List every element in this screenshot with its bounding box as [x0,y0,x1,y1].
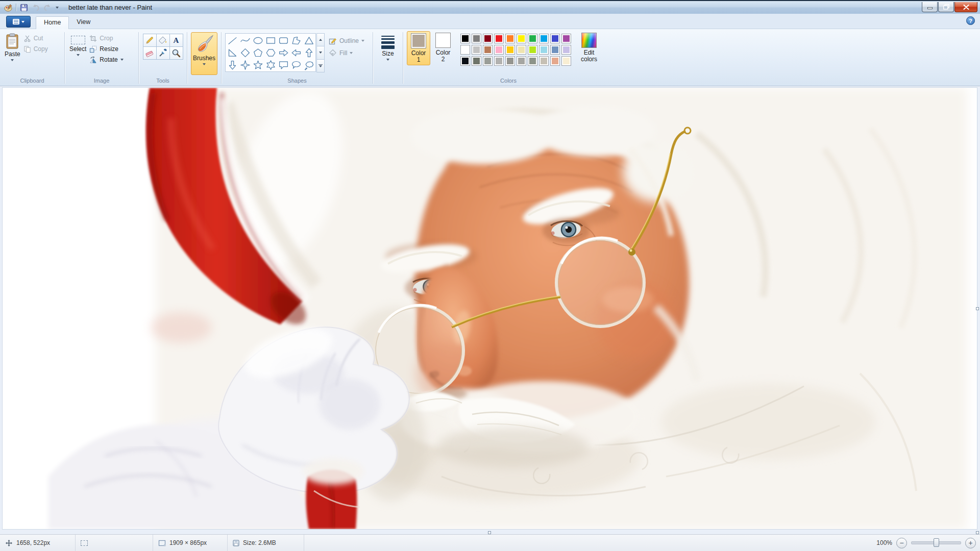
tool-magnifier[interactable] [169,46,183,60]
palette-swatch[interactable] [528,56,537,66]
palette-swatch[interactable] [472,34,481,43]
palette-swatch[interactable] [517,45,526,55]
palette-swatch[interactable] [494,34,504,43]
shape-rounded-rectangle[interactable] [277,34,290,46]
zoom-slider-thumb[interactable] [934,538,939,547]
fill-dropdown-caret-icon[interactable] [350,52,353,54]
paste-dropdown-caret-icon[interactable] [11,59,14,61]
palette-swatch[interactable] [483,34,493,43]
shape-polygon[interactable] [290,34,303,46]
palette-swatch[interactable] [472,45,481,55]
save-icon[interactable] [19,3,29,13]
select-button[interactable]: Select [68,32,87,58]
palette-swatch[interactable] [494,45,504,55]
shape-triangle[interactable] [303,34,315,46]
color1-button[interactable]: Color 1 [407,31,430,65]
shape-curve[interactable] [239,34,252,46]
palette-swatch[interactable] [505,45,515,55]
shapes-scroll-down-icon[interactable] [316,46,325,59]
palette-swatch[interactable] [460,56,470,66]
palette-swatch[interactable] [517,34,526,43]
palette-swatch[interactable] [550,34,560,43]
qat-customize-caret-icon[interactable] [54,3,60,13]
tool-eraser[interactable] [143,46,157,60]
palette-swatch[interactable] [472,56,481,66]
tab-home[interactable]: Home [36,16,69,29]
paint-app-icon[interactable] [3,3,13,13]
shape-diamond[interactable] [239,46,252,59]
shape-arrow-right[interactable] [277,46,290,59]
palette-swatch[interactable] [460,34,470,43]
palette-swatch[interactable] [483,45,493,55]
close-button[interactable] [954,2,977,12]
shape-arrow-down[interactable] [226,59,239,71]
outline-dropdown-caret-icon[interactable] [361,40,364,42]
palette-swatch[interactable] [528,45,537,55]
select-dropdown-caret-icon[interactable] [77,54,80,56]
palette-swatch[interactable] [561,45,571,55]
tool-fill-with-color[interactable] [156,34,170,47]
shape-arrow-up[interactable] [303,46,315,59]
palette-swatch[interactable] [494,56,504,66]
shape-rectangle[interactable] [264,34,277,46]
shape-pentagon[interactable] [252,46,264,59]
brushes-dropdown-caret-icon[interactable] [203,63,206,65]
palette-swatch[interactable] [505,56,515,66]
restore-button[interactable] [938,2,954,12]
shape-line[interactable] [226,34,239,46]
shapes-more-icon[interactable] [316,59,325,72]
shape-hexagon[interactable] [264,46,277,59]
drawing-canvas[interactable] [3,88,977,529]
shapes-scroll-up-icon[interactable] [316,33,325,46]
help-icon[interactable]: ? [966,16,975,25]
size-dropdown-caret-icon[interactable] [386,59,389,61]
tool-pencil[interactable] [143,34,157,47]
outline-button[interactable]: Outline [329,37,364,45]
shape-ellipse[interactable] [252,34,264,46]
edit-colors-button[interactable]: Edit colors [575,31,603,64]
palette-swatch[interactable] [539,34,549,43]
brushes-button[interactable]: Brushes [191,32,217,75]
shape-star-5[interactable] [252,59,264,71]
tool-color-picker[interactable] [156,46,170,60]
palette-swatch[interactable] [460,45,470,55]
shape-callout-cloud[interactable] [303,59,315,71]
zoom-in-button[interactable]: + [965,538,976,548]
copy-button[interactable]: Copy [23,44,48,54]
tool-text[interactable]: A [169,34,183,47]
palette-swatch[interactable] [528,34,537,43]
shape-star-6[interactable] [264,59,277,71]
cut-button[interactable]: Cut [23,34,48,43]
zoom-slider[interactable] [911,541,961,544]
shape-right-triangle[interactable] [226,46,239,59]
palette-swatch[interactable] [561,56,571,66]
shape-callout-oval[interactable] [290,59,303,71]
crop-button[interactable]: Crop [89,34,123,43]
redo-icon[interactable] [42,3,53,13]
canvas-resize-handle-right[interactable] [976,307,979,310]
color2-button[interactable]: Color 2 [430,31,456,64]
rotate-button[interactable]: Rotate [89,55,123,64]
undo-icon[interactable] [31,3,41,13]
palette-swatch[interactable] [517,56,526,66]
size-button[interactable]: Size [380,32,396,62]
rotate-dropdown-caret-icon[interactable] [120,59,124,61]
tab-view[interactable]: View [69,16,98,29]
fill-button[interactable]: Fill [329,49,364,57]
palette-swatch[interactable] [539,45,549,55]
workspace [0,86,980,534]
minimize-button[interactable] [922,2,938,12]
shape-star-4[interactable] [239,59,252,71]
palette-swatch[interactable] [539,56,549,66]
palette-swatch[interactable] [550,56,560,66]
palette-swatch[interactable] [483,56,493,66]
resize-button[interactable]: Resize [89,44,123,54]
shape-callout-rectangle[interactable] [277,59,290,71]
application-menu-button[interactable] [6,16,31,28]
palette-swatch[interactable] [561,34,571,43]
shape-arrow-left[interactable] [290,46,303,59]
palette-swatch[interactable] [550,45,560,55]
paste-button[interactable]: Paste [4,32,21,63]
palette-swatch[interactable] [505,34,515,43]
zoom-out-button[interactable]: − [896,538,907,548]
